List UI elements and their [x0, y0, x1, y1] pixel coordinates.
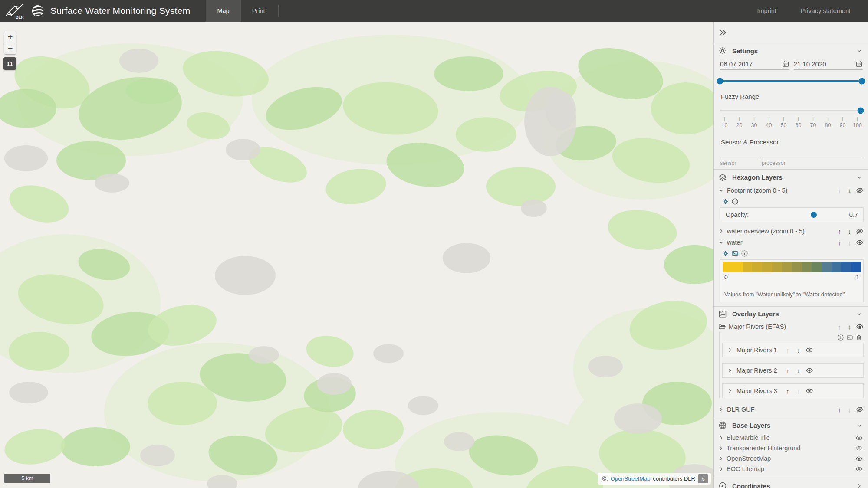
move-up-icon[interactable]: ↑	[836, 228, 843, 235]
eye-off-icon[interactable]	[856, 187, 864, 194]
coordinates-section[interactable]: Coordinates	[714, 478, 868, 488]
eye-active-icon[interactable]	[855, 455, 863, 462]
layer-row-major-rivers-3[interactable]: Major Rivers 3 ↑ ↓	[722, 383, 864, 398]
move-up-icon[interactable]: ↑	[836, 323, 843, 331]
attribution-expand-button[interactable]: »	[698, 474, 708, 483]
info-icon[interactable]	[741, 250, 748, 257]
legend-max: 1	[856, 274, 859, 281]
chevron-down-icon[interactable]	[856, 174, 863, 181]
layer-row-water-overview[interactable]: water overview (zoom 0 - 5) ↑ ↓	[714, 226, 868, 237]
move-up-icon[interactable]: ↑	[784, 347, 791, 354]
eye-icon[interactable]	[806, 387, 813, 395]
date-to-field[interactable]: 21.10.2020	[794, 58, 863, 70]
chevron-right-icon[interactable]	[727, 347, 733, 353]
legend-caption: Values from "Water unlikely" to "Water d…	[723, 291, 861, 298]
move-up-icon[interactable]: ↑	[784, 387, 791, 395]
eye-icon[interactable]	[855, 465, 863, 473]
layer-row-major-rivers-2[interactable]: Major Rivers 2 ↑ ↓	[722, 363, 864, 378]
chevron-right-icon[interactable]	[718, 406, 724, 413]
privacy-link[interactable]: Privacy statement	[801, 7, 851, 14]
date-from-field[interactable]: 06.07.2017	[720, 58, 789, 70]
chevron-right-icon[interactable]	[718, 445, 724, 451]
base-layer-transparent[interactable]: Transparenter Hintergrund	[714, 443, 868, 453]
eye-icon[interactable]	[856, 239, 864, 246]
chevron-down-icon[interactable]	[718, 239, 724, 246]
osm-link[interactable]: OpenStreetMap	[611, 475, 651, 482]
eye-icon[interactable]	[806, 346, 813, 354]
chevron-right-icon[interactable]	[718, 228, 724, 234]
chevron-down-icon[interactable]	[856, 311, 863, 318]
date-range-slider[interactable]	[714, 74, 868, 88]
move-down-icon[interactable]: ↓	[846, 187, 853, 194]
eye-icon[interactable]	[856, 323, 864, 331]
chevron-right-icon[interactable]	[718, 435, 724, 441]
tab-print[interactable]: Print	[241, 0, 276, 22]
eye-off-icon[interactable]	[856, 227, 864, 235]
hexagon-layers-header[interactable]: Hexagon Layers	[714, 170, 868, 185]
chevron-right-icon[interactable]	[727, 388, 733, 394]
calendar-icon[interactable]	[855, 60, 863, 68]
map-canvas[interactable]: + − 11 5 km ©, OpenStreetMap contributor…	[0, 22, 713, 488]
collapse-sidebar-icon[interactable]	[718, 28, 728, 37]
processor-field[interactable]: processor	[762, 152, 862, 169]
settings-header[interactable]: Settings	[714, 43, 868, 58]
layer-settings-gear-icon[interactable]	[722, 198, 729, 205]
info-icon[interactable]	[731, 198, 739, 205]
layer-group-name: Major Rivers (EFAS)	[729, 323, 786, 330]
chevron-down-icon[interactable]	[718, 187, 724, 193]
layer-row-dlr-guf[interactable]: DLR GUF ↑ ↓	[714, 404, 868, 415]
move-down-icon[interactable]: ↓	[795, 387, 802, 395]
trash-icon[interactable]	[855, 334, 862, 341]
chevron-right-icon[interactable]	[718, 456, 724, 462]
eye-icon[interactable]	[855, 434, 863, 442]
move-down-icon[interactable]: ↓	[846, 239, 853, 246]
globe-icon	[718, 421, 727, 430]
base-layers-header[interactable]: Base Layers	[714, 418, 868, 432]
layer-row-water[interactable]: water ↑ ↓	[714, 237, 868, 248]
move-down-icon[interactable]: ↓	[846, 406, 853, 413]
coordinates-title: Coordinates	[732, 482, 770, 488]
opacity-slider[interactable]	[753, 208, 845, 222]
move-down-icon[interactable]: ↓	[846, 228, 853, 235]
info-icon[interactable]	[837, 334, 844, 341]
layer-group-major-rivers[interactable]: Major Rivers (EFAS) ↑ ↓	[714, 321, 868, 332]
layer-name: water	[727, 239, 742, 246]
move-down-icon[interactable]: ↓	[846, 323, 853, 331]
move-down-icon[interactable]: ↓	[795, 367, 802, 374]
chevron-down-icon[interactable]	[856, 47, 863, 54]
base-layer-openstreetmap[interactable]: OpenStreetMap	[714, 453, 868, 464]
zoom-out-button[interactable]: −	[4, 43, 16, 54]
overlay-layers-header[interactable]: Overlay Layers	[714, 307, 868, 321]
move-up-icon[interactable]: ↑	[836, 187, 843, 194]
calendar-icon[interactable]	[782, 60, 789, 68]
layer-settings-gear-icon[interactable]	[722, 250, 729, 257]
imprint-link[interactable]: Imprint	[757, 7, 776, 14]
base-layer-bluemarble[interactable]: BlueMarble Tile	[714, 432, 868, 443]
eye-off-icon[interactable]	[856, 406, 864, 413]
range-handle-start[interactable]	[717, 78, 723, 85]
fuzzy-handle[interactable]	[857, 108, 864, 114]
eye-icon[interactable]	[855, 445, 863, 452]
range-handle-end[interactable]	[859, 78, 865, 85]
note-icon[interactable]	[846, 334, 853, 341]
legend-image-icon[interactable]	[731, 250, 739, 257]
move-up-icon[interactable]: ↑	[784, 367, 791, 374]
date-from-value: 06.07.2017	[720, 60, 780, 68]
opacity-handle[interactable]	[811, 212, 817, 218]
move-down-icon[interactable]: ↓	[795, 347, 802, 354]
chevron-right-icon[interactable]	[727, 367, 733, 373]
eye-icon[interactable]	[806, 367, 813, 374]
chevron-down-icon[interactable]	[856, 422, 863, 429]
fuzzy-range-slider[interactable]	[714, 104, 868, 117]
move-up-icon[interactable]: ↑	[836, 239, 843, 246]
layer-row-footprint[interactable]: Footprint (zoom 0 - 5) ↑ ↓	[714, 185, 868, 196]
layer-row-major-rivers-1[interactable]: Major Rivers 1 ↑ ↓	[722, 343, 864, 357]
sensor-field[interactable]: sensor	[720, 152, 757, 169]
chevron-right-icon[interactable]	[856, 482, 863, 488]
chevron-right-icon[interactable]	[718, 466, 724, 472]
tab-map[interactable]: Map	[206, 0, 240, 22]
zoom-in-button[interactable]: +	[4, 31, 16, 43]
move-up-icon[interactable]: ↑	[836, 406, 843, 413]
base-layer-eoc-litemap[interactable]: EOC Litemap	[714, 464, 868, 474]
eoc-globe-icon	[31, 4, 44, 17]
